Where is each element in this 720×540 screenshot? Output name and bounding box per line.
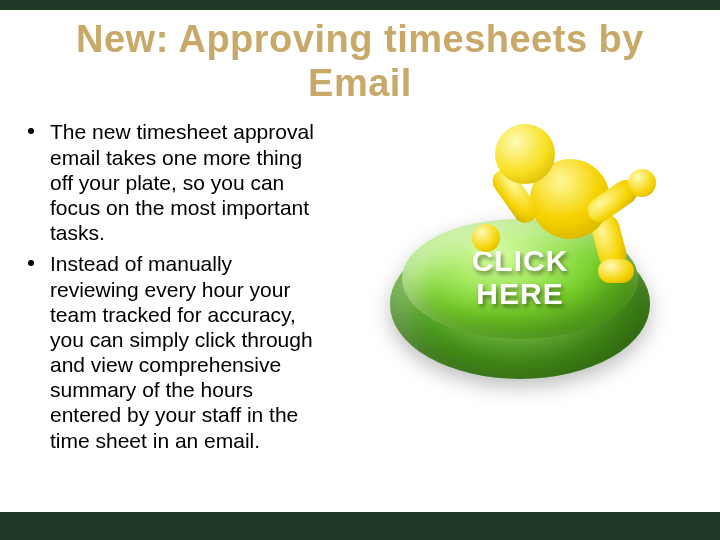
- list-item: The new timesheet approval email takes o…: [24, 119, 324, 245]
- slide-title: New: Approving timesheets by Email: [20, 18, 700, 105]
- bottom-bar: [0, 512, 720, 540]
- bullet-dot-icon: [28, 128, 34, 134]
- bullet-text: Instead of manually reviewing every hour…: [50, 252, 313, 451]
- illustration: CLICK HERE: [324, 119, 696, 389]
- click-here-scene: CLICK HERE: [350, 129, 670, 389]
- bullet-dot-icon: [28, 260, 34, 266]
- figure-icon: [480, 119, 660, 299]
- list-item: Instead of manually reviewing every hour…: [24, 251, 324, 453]
- bullet-list: The new timesheet approval email takes o…: [24, 119, 324, 458]
- top-bar: [0, 0, 720, 10]
- slide: New: Approving timesheets by Email The n…: [0, 0, 720, 540]
- bullet-text: The new timesheet approval email takes o…: [50, 120, 314, 244]
- content-row: The new timesheet approval email takes o…: [0, 119, 720, 458]
